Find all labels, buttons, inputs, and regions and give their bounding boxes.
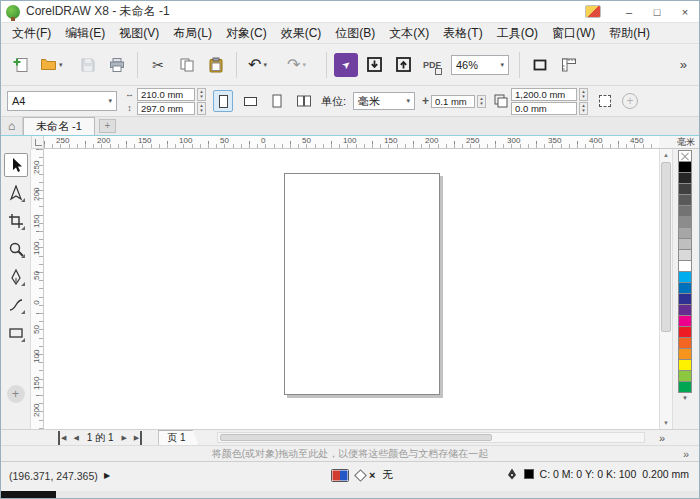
- menu-item[interactable]: 工具(O): [490, 23, 545, 43]
- page-height-stepper[interactable]: [197, 102, 206, 115]
- toolbar-overflow-button[interactable]: »: [674, 57, 693, 72]
- cut-button[interactable]: [145, 51, 171, 79]
- zoom-level-combobox[interactable]: 46%: [451, 55, 509, 75]
- publish-pdf-button[interactable]: PDF: [419, 51, 445, 79]
- scroll-down-button[interactable]: [660, 417, 672, 429]
- home-tab-button[interactable]: [1, 117, 23, 135]
- open-button[interactable]: [36, 51, 72, 79]
- redo-button[interactable]: [283, 51, 319, 79]
- save-button[interactable]: [75, 51, 101, 79]
- page-size-caret[interactable]: [108, 97, 112, 105]
- scroll-up-button[interactable]: [660, 149, 672, 161]
- export-button[interactable]: [390, 51, 416, 79]
- page-width-stepper[interactable]: [197, 88, 206, 101]
- flyout-indicator-icon: [21, 226, 25, 230]
- shape-tool[interactable]: [4, 181, 28, 205]
- duplicate-y-field[interactable]: 0.0 mm: [511, 102, 577, 115]
- menu-item[interactable]: 窗口(W): [545, 23, 602, 43]
- menu-item[interactable]: 视图(V): [112, 23, 166, 43]
- menu-item[interactable]: 表格(T): [436, 23, 489, 43]
- fill-swatch-icon[interactable]: [354, 469, 367, 482]
- import-button[interactable]: [361, 51, 387, 79]
- color-proof-icon[interactable]: [331, 469, 349, 482]
- menu-item[interactable]: 编辑(E): [58, 23, 112, 43]
- page-size-combobox[interactable]: A4: [7, 91, 117, 111]
- menu-item[interactable]: 文件(F): [5, 23, 58, 43]
- curve-tool[interactable]: [4, 293, 28, 317]
- ruler-tick-label: 50: [32, 323, 41, 336]
- palette-scroll-down-button[interactable]: [678, 393, 692, 404]
- print-button[interactable]: [104, 51, 130, 79]
- add-preset-button[interactable]: +: [622, 93, 638, 109]
- nudge-stepper[interactable]: [477, 95, 486, 108]
- page-outline[interactable]: [284, 173, 440, 395]
- units-combobox[interactable]: 毫米: [353, 92, 415, 110]
- titlebar-badge-icon[interactable]: [585, 5, 601, 18]
- close-button[interactable]: ×: [671, 1, 699, 22]
- menu-item[interactable]: 布局(L): [166, 23, 219, 43]
- page-width-field[interactable]: 210.0 mm: [137, 88, 195, 101]
- redo-dropdown-caret[interactable]: [302, 61, 306, 69]
- outline-pen-icon[interactable]: [506, 468, 518, 480]
- ruler-tick-label: 250: [466, 136, 479, 145]
- crop-tool[interactable]: [4, 209, 28, 233]
- rectangle-tool[interactable]: [4, 321, 28, 345]
- current-page-button[interactable]: [294, 90, 314, 112]
- menu-item[interactable]: 对象(C): [219, 23, 274, 43]
- first-page-button[interactable]: [58, 431, 69, 445]
- next-page-button[interactable]: [118, 431, 129, 445]
- horizontal-scroll-thumb[interactable]: [220, 434, 493, 441]
- coordinates-expand-icon[interactable]: [104, 471, 110, 480]
- whats-new-button[interactable]: [334, 53, 358, 77]
- pen-tool[interactable]: [4, 265, 28, 289]
- vertical-scroll-thumb[interactable]: [661, 162, 671, 332]
- duplicate-x-stepper[interactable]: [579, 88, 588, 101]
- navbar-overflow-button[interactable]: »: [659, 432, 699, 444]
- previous-page-button[interactable]: [70, 431, 81, 445]
- statusbar: (196.371, 247.365) 无 C: 0 M: 0 Y: 0 K: 1…: [1, 461, 699, 491]
- minimize-button[interactable]: –: [615, 1, 643, 22]
- zoom-tool[interactable]: [4, 237, 28, 261]
- undo-button[interactable]: [244, 51, 280, 79]
- menu-item[interactable]: 文本(X): [382, 23, 436, 43]
- document-tab[interactable]: 未命名 -1: [23, 117, 95, 135]
- maximize-button[interactable]: □: [643, 1, 671, 22]
- paste-button[interactable]: [203, 51, 229, 79]
- duplicate-y-stepper[interactable]: [579, 102, 588, 115]
- zoom-caret[interactable]: [500, 61, 504, 69]
- pick-tool[interactable]: [4, 153, 28, 177]
- menu-item[interactable]: 位图(B): [328, 23, 382, 43]
- nudge-offset-field[interactable]: 0.1 mm: [431, 95, 475, 108]
- ruler-origin-button[interactable]: [31, 136, 44, 149]
- page-tab[interactable]: 页 1: [158, 430, 198, 445]
- units-caret[interactable]: [407, 97, 411, 105]
- menu-item[interactable]: 效果(C): [274, 23, 329, 43]
- duplicate-x-field[interactable]: 1,200.0 mm: [511, 88, 577, 101]
- no-color-swatch[interactable]: [678, 150, 692, 162]
- show-rulers-button[interactable]: [556, 51, 582, 79]
- palette-bar-overflow-button[interactable]: »: [683, 448, 689, 460]
- open-dropdown-caret[interactable]: [59, 61, 63, 69]
- vertical-ruler[interactable]: 25020015010050050100150200: [31, 149, 44, 429]
- new-document-button[interactable]: [7, 51, 33, 79]
- horizontal-ruler[interactable]: 2502001501005005010015020025030035040045…: [44, 136, 659, 149]
- drawing-canvas[interactable]: [44, 149, 659, 429]
- color-swatch[interactable]: [678, 381, 692, 393]
- fullscreen-preview-button[interactable]: [527, 51, 553, 79]
- treat-as-filled-button[interactable]: [595, 90, 615, 112]
- last-page-button[interactable]: [131, 431, 142, 445]
- outline-color-swatch[interactable]: [524, 469, 534, 479]
- document-palette-bar[interactable]: 将颜色(或对象)拖动至此处，以便将这些颜色与文档存储在一起 »: [1, 445, 699, 461]
- copy-button[interactable]: [174, 51, 200, 79]
- portrait-button[interactable]: [213, 90, 233, 112]
- add-tools-button[interactable]: +: [7, 385, 25, 403]
- open-folder-icon: [40, 56, 57, 73]
- undo-dropdown-caret[interactable]: [263, 61, 267, 69]
- horizontal-scrollbar[interactable]: [217, 432, 645, 443]
- landscape-button[interactable]: [240, 90, 260, 112]
- vertical-scrollbar[interactable]: [659, 149, 673, 429]
- new-tab-button[interactable]: +: [99, 119, 116, 133]
- all-pages-button[interactable]: [267, 90, 287, 112]
- menu-item[interactable]: 帮助(H): [602, 23, 657, 43]
- page-height-field[interactable]: 297.0 mm: [137, 102, 195, 115]
